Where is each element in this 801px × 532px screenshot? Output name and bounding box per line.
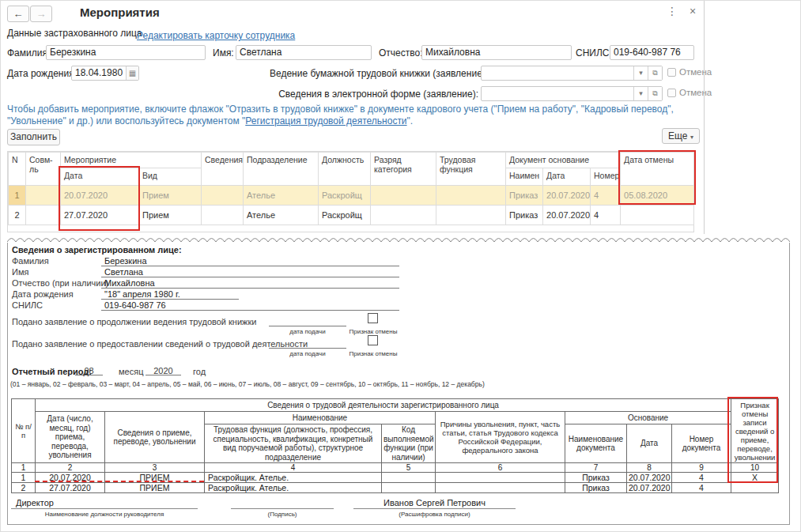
- electronic-info-label: Сведения в электронной форме (заявление)…: [270, 89, 478, 100]
- bt-col10-header: Признак отмены записи сведений о приеме,…: [731, 399, 779, 463]
- statement-1-date-line: [269, 317, 346, 326]
- birthdate-label: Дата рождения:: [7, 68, 77, 79]
- bt-group-basis: Основание: [565, 412, 731, 424]
- paper-workbook-field[interactable]: ▾ ⧉: [481, 66, 663, 81]
- bt-col5-header: Код выполняемой функции (при наличии): [382, 424, 436, 463]
- events-window: ← → Мероприятия ⋮ × Данные застрахованно…: [0, 0, 801, 532]
- pf-snils-value: 019-640-987 76: [101, 300, 399, 311]
- register-labor-activity-link[interactable]: Регистрация трудовой деятельности: [245, 115, 406, 126]
- table-row[interactable]: 2 27.07.2020 Прием Ателье Раскройщ Прика…: [9, 206, 694, 225]
- col-header-doc-date: Дата: [543, 168, 591, 186]
- print-form-title: Сведения о зарегистрированном лице:: [12, 245, 182, 255]
- period-month-label: месяц: [119, 367, 143, 376]
- col-header-cancel-date: Дата отмены: [621, 153, 694, 186]
- director-position: Директор: [11, 498, 198, 509]
- forward-button[interactable]: →: [30, 6, 52, 22]
- statement-electronic: Подано заявление о предоставлении сведен…: [12, 339, 308, 349]
- col-header-n: N: [9, 153, 26, 186]
- firstname-field[interactable]: Светлана: [236, 45, 372, 60]
- col-header-sovm: Совм-ль: [26, 153, 61, 186]
- electronic-info-field[interactable]: ▾ ⧉: [481, 86, 663, 101]
- bt-group-name: Наименование: [205, 412, 436, 424]
- period-legend: (01 – январь, 02 – февраль, 03 – март, 0…: [10, 380, 485, 388]
- calendar-icon[interactable]: ▦: [126, 66, 138, 80]
- labor-activity-table: № п/п Сведения о трудовой деятельности з…: [11, 398, 778, 493]
- bt-col1-header: № п/п: [12, 399, 36, 463]
- pf-lastname-value: Березкина: [101, 256, 399, 266]
- kebab-menu-icon[interactable]: ⋮: [665, 5, 679, 17]
- pf-middlename-value: Михайловна: [101, 278, 399, 289]
- paper-workbook-cancel-checkbox[interactable]: [667, 68, 676, 77]
- chevron-down-icon: ▾: [690, 134, 693, 141]
- col-header-position: Должность: [319, 153, 371, 186]
- forward-arrow-icon: →: [36, 8, 47, 20]
- name-caption: (Расшифровка подписи): [353, 511, 516, 518]
- col-header-doc-group: Документ основание: [506, 153, 621, 168]
- pf-firstname-label: Имя: [12, 267, 28, 277]
- statement-1-cancel-checkbox: [368, 313, 378, 323]
- statement-2-date-line: [269, 339, 346, 349]
- signature-caption: (Подпись): [231, 511, 334, 518]
- chevron-down-icon[interactable]: ▾: [633, 87, 648, 100]
- signature-line: [231, 498, 334, 509]
- bt-col7-header: Наименование документа: [565, 424, 627, 463]
- bt-col9-header: Номер документа: [672, 424, 731, 463]
- edit-employee-card-link[interactable]: Редактировать карточку сотрудника: [137, 30, 295, 41]
- bt-col3-header: Сведения о приеме, переводе, увольнении: [105, 412, 205, 463]
- bt-span-title: Сведения о трудовой деятельности зарегис…: [36, 399, 731, 412]
- bt-col8-header: Дата: [627, 424, 672, 463]
- period-month-value: 08: [75, 366, 103, 375]
- col-header-doc-name: Наимен: [506, 168, 543, 186]
- bt-number-row: 12 34 56 78 910: [12, 463, 779, 473]
- back-button[interactable]: ←: [7, 6, 29, 22]
- col-header-department: Подразделение: [244, 153, 319, 186]
- col-header-doc-num: Номер: [591, 168, 621, 186]
- snils-field[interactable]: 019-640-987 76: [610, 45, 694, 60]
- pf-middlename-label: Отчество (при наличии): [12, 278, 108, 288]
- window-right-border: [704, 1, 705, 234]
- firstname-label: Имя:: [213, 47, 234, 58]
- table-row[interactable]: 1 20.07.2020 Прием Ателье Раскройщ Прика…: [9, 186, 694, 206]
- electronic-info-cancel-checkbox[interactable]: [667, 89, 676, 97]
- bt-data-row: 120.07.2020 ПРИЕМРаскройщик. Ателье. При…: [12, 473, 779, 483]
- page-title: Мероприятия: [80, 6, 160, 19]
- events-table: N Совм-ль Мероприятие Сведения Подраздел…: [7, 151, 694, 232]
- bt-col2-header: Дата (число, месяц, год) приема, перевод…: [36, 412, 105, 463]
- paper-workbook-cancel-label: Отмена: [679, 67, 712, 77]
- pf-birthdate-label: Дата рождения: [12, 289, 74, 299]
- close-icon[interactable]: ×: [686, 5, 700, 17]
- col-header-date: Дата: [61, 168, 139, 186]
- insured-data-label: Данные застрахованного лица: [7, 28, 142, 39]
- chevron-down-icon[interactable]: ▾: [633, 66, 648, 80]
- fill-button[interactable]: Заполнить: [7, 129, 60, 145]
- bt-data-row: 227.07.2020 ПРИЕМРаскройщик. Ателье. При…: [12, 483, 779, 493]
- middlename-field[interactable]: Михайловна: [421, 45, 572, 60]
- back-arrow-icon: ←: [13, 8, 24, 20]
- statement-1-cancel-caption: Признак отмены: [334, 328, 413, 335]
- position-caption: Наименование должности руководителя: [11, 511, 198, 518]
- period-year-label: год: [193, 367, 206, 376]
- middlename-label: Отчество:: [379, 47, 423, 58]
- open-document-icon[interactable]: ⧉: [648, 87, 662, 100]
- col-header-event-group: Мероприятие: [61, 153, 202, 168]
- col-header-labor-function: Трудовая функция: [436, 153, 506, 186]
- pf-firstname-value: Светлана: [101, 267, 399, 277]
- lastname-label: Фамилия:: [7, 47, 50, 58]
- statement-paper-book: Подано заявление о продолжении ведения т…: [12, 317, 256, 326]
- open-document-icon[interactable]: ⧉: [648, 66, 662, 80]
- more-button[interactable]: Еще ▾: [662, 128, 700, 144]
- col-header-grade: Разряд категория: [371, 153, 436, 186]
- electronic-info-cancel-label: Отмена: [679, 88, 712, 97]
- snils-label: СНИЛС:: [576, 47, 612, 58]
- pf-lastname-label: Фамилия: [12, 256, 49, 266]
- lastname-field[interactable]: Березкина: [46, 45, 206, 60]
- bt-col4-header: Трудовая функция (должность, профессия, …: [205, 424, 382, 463]
- bt-col6-header: Причины увольнения, пункт, часть статьи,…: [436, 412, 565, 463]
- statement-2-cancel-checkbox: [368, 335, 378, 345]
- pf-snils-label: СНИЛС: [12, 300, 43, 310]
- hint-text: Чтобы добавить мероприятие, включите фла…: [7, 104, 687, 126]
- pf-birthdate-value: "18" апреля 1980 г.: [101, 289, 239, 300]
- birthdate-field[interactable]: 18.04.1980▦: [71, 66, 139, 81]
- statement-2-cancel-caption: Признак отмены: [334, 350, 413, 357]
- print-form-preview: Сведения о зарегистрированном лице: Фами…: [7, 243, 790, 525]
